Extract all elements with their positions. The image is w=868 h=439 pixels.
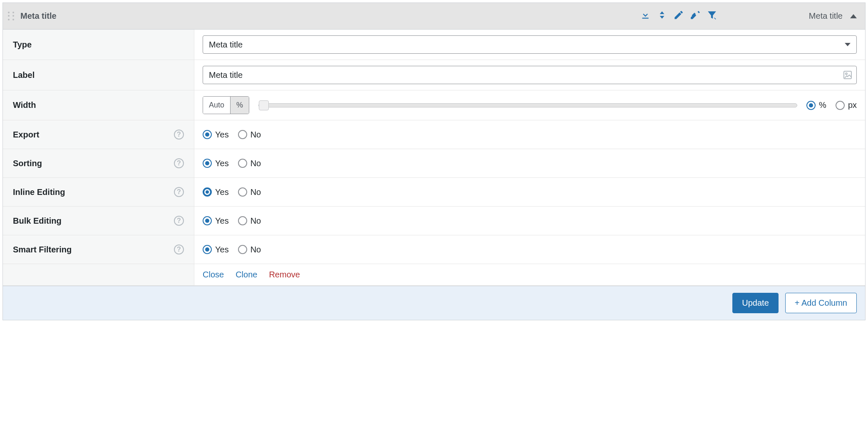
image-icon[interactable] (843, 70, 853, 80)
row-sorting: Sorting ? Yes No (3, 149, 865, 178)
label-label: Label (13, 70, 35, 80)
help-icon[interactable]: ? (174, 216, 184, 226)
width-unit-px-radio[interactable]: px (836, 100, 857, 110)
panel-title-left: Meta title (20, 11, 57, 21)
help-icon[interactable]: ? (174, 158, 184, 168)
panel-title-right: Meta title (809, 11, 843, 21)
width-unit-percent-radio[interactable]: % (806, 100, 826, 110)
panel-header[interactable]: Meta title Meta title (3, 3, 865, 30)
row-type: Type Meta title (3, 30, 865, 60)
bulk-yes-radio[interactable]: Yes (203, 216, 229, 226)
help-icon[interactable]: ? (174, 244, 184, 254)
export-yes-radio[interactable]: Yes (203, 130, 229, 140)
bulk-edit-icon (690, 10, 701, 22)
panel-footer: Update + Add Column (3, 286, 865, 320)
type-label: Type (13, 40, 32, 50)
edit-icon (673, 10, 684, 22)
type-select-value: Meta title (209, 40, 243, 50)
export-icon (640, 10, 651, 22)
row-inline-editing: Inline Editing ? Yes No (3, 178, 865, 207)
row-smart-filtering: Smart Filtering ? Yes No (3, 235, 865, 264)
smart-yes-radio[interactable]: Yes (203, 245, 229, 254)
row-bulk-editing: Bulk Editing ? Yes No (3, 207, 865, 235)
header-feature-icons (640, 10, 717, 22)
export-no-radio[interactable]: No (238, 130, 261, 140)
inline-yes-radio[interactable]: Yes (203, 187, 229, 197)
width-mode-toggle: Auto % (203, 96, 249, 114)
collapse-caret-icon[interactable] (850, 14, 857, 18)
row-actions: Close Clone Remove (3, 264, 865, 286)
width-label: Width (13, 100, 36, 110)
width-auto-button[interactable]: Auto (203, 97, 230, 114)
width-slider[interactable] (258, 103, 797, 107)
filter-icon (707, 10, 717, 22)
sorting-yes-radio[interactable]: Yes (203, 159, 229, 168)
export-label: Export (13, 130, 39, 140)
inline-editing-label: Inline Editing (13, 187, 65, 197)
remove-link[interactable]: Remove (269, 270, 300, 279)
bulk-no-radio[interactable]: No (238, 216, 261, 226)
sorting-label: Sorting (13, 159, 42, 168)
column-settings-panel: Meta title Meta title Type Meta title La… (2, 2, 866, 320)
inline-no-radio[interactable]: No (238, 187, 261, 197)
width-percent-button[interactable]: % (230, 97, 249, 114)
close-link[interactable]: Close (203, 270, 224, 279)
row-label: Label (3, 60, 865, 90)
label-input[interactable] (203, 66, 857, 84)
slider-thumb-icon[interactable] (259, 100, 269, 110)
row-export: Export ? Yes No (3, 120, 865, 149)
help-icon[interactable]: ? (174, 130, 184, 140)
sorting-no-radio[interactable]: No (238, 159, 261, 168)
sort-icon (657, 10, 667, 22)
smart-filtering-label: Smart Filtering (13, 245, 72, 254)
svg-point-1 (846, 73, 847, 75)
row-width: Width Auto % % px (3, 90, 865, 120)
update-button[interactable]: Update (732, 293, 779, 313)
bulk-editing-label: Bulk Editing (13, 216, 62, 226)
drag-handle-icon[interactable] (8, 12, 15, 21)
chevron-down-icon (845, 43, 851, 46)
help-icon[interactable]: ? (174, 187, 184, 197)
clone-link[interactable]: Clone (236, 270, 257, 279)
type-select[interactable]: Meta title (203, 35, 857, 54)
smart-no-radio[interactable]: No (238, 245, 261, 254)
add-column-button[interactable]: + Add Column (785, 293, 857, 313)
